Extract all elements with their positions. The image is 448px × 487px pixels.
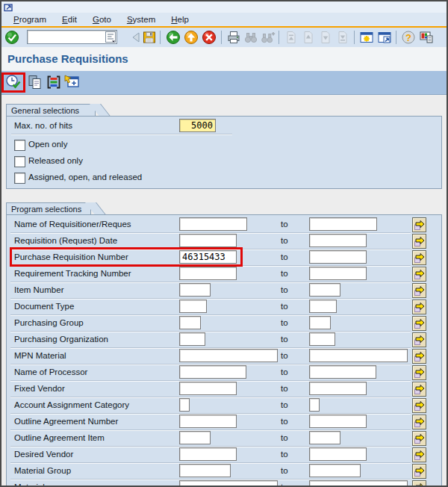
checkbox[interactable] (14, 173, 25, 184)
to-field[interactable] (309, 217, 377, 231)
checkbox-row: Released only (7, 154, 441, 170)
selection-row: Purchase Requisition Numberto (7, 249, 441, 266)
menu-item-program[interactable]: Program (13, 15, 46, 24)
to-field[interactable] (309, 365, 376, 379)
from-field[interactable] (179, 283, 211, 297)
from-field[interactable] (179, 464, 231, 477)
execute-button[interactable] (5, 74, 22, 90)
multiple-selection-button[interactable] (412, 316, 426, 331)
to-field[interactable] (309, 480, 408, 487)
dynamic-selections-button[interactable] (63, 74, 80, 90)
selection-row: Outline Agreement Itemto (7, 430, 441, 447)
customize-layout-button[interactable] (419, 30, 434, 45)
multiple-selection-button[interactable] (412, 267, 426, 282)
selection-row-label: Name of Requisitioner/Reques (14, 220, 131, 229)
application-toolbar (0, 71, 448, 95)
from-field[interactable] (179, 447, 237, 461)
to-field[interactable] (309, 382, 367, 395)
from-field[interactable] (179, 365, 246, 379)
to-field[interactable] (309, 464, 361, 477)
selection-row-label: Account Assignment Category (14, 400, 129, 409)
from-field[interactable] (179, 250, 237, 264)
to-field[interactable] (309, 398, 320, 412)
to-field[interactable] (309, 250, 367, 264)
multiple-selection-button[interactable] (412, 250, 426, 265)
checkbox[interactable] (14, 156, 25, 167)
selection-row: Materialto (7, 480, 441, 487)
selection-row-label: Requisition (Request) Date (14, 236, 117, 245)
from-field[interactable] (179, 349, 278, 362)
save-button[interactable] (142, 30, 157, 45)
multiple-selection-button[interactable] (412, 365, 426, 380)
from-field[interactable] (179, 332, 205, 346)
from-field[interactable] (179, 217, 247, 231)
to-label: to (281, 367, 288, 376)
from-field[interactable] (179, 300, 207, 313)
multiple-selection-button[interactable] (412, 382, 426, 397)
cancel-button[interactable] (202, 30, 217, 45)
print-button[interactable] (226, 30, 241, 45)
to-field[interactable] (309, 300, 337, 313)
to-field[interactable] (309, 283, 340, 297)
multiple-selection-button[interactable] (412, 332, 426, 347)
to-label: to (281, 269, 288, 278)
multiple-selection-button[interactable] (412, 415, 426, 429)
to-field[interactable] (309, 415, 367, 428)
toolbar-separator (396, 31, 396, 44)
from-field[interactable] (179, 234, 237, 247)
selection-row: Fixed Vendorto (7, 381, 441, 397)
checkbox[interactable] (14, 140, 25, 151)
new-session-button[interactable] (359, 30, 374, 45)
selection-row: Name of Processorto (7, 365, 441, 381)
back-button[interactable] (166, 30, 181, 45)
to-field[interactable] (309, 332, 335, 346)
toolbar-separator (354, 31, 355, 44)
toolbar-separator (160, 31, 161, 44)
to-field[interactable] (309, 267, 367, 280)
get-variant-button[interactable] (27, 74, 43, 90)
menu-item-edit[interactable]: Edit (62, 15, 77, 24)
from-field[interactable] (179, 316, 201, 329)
from-field[interactable] (179, 480, 278, 487)
to-field[interactable] (309, 447, 367, 461)
menu-item-system[interactable]: System (127, 15, 155, 24)
exit-button[interactable] (184, 30, 199, 45)
from-field[interactable] (179, 431, 211, 444)
help-button[interactable]: ? (401, 30, 416, 45)
from-field[interactable] (179, 415, 237, 428)
selection-row: Name of Requisitioner/Requesto (7, 217, 441, 233)
multiple-selection-button[interactable] (412, 349, 426, 364)
command-field[interactable] (28, 31, 108, 43)
multiple-selection-button[interactable] (412, 283, 426, 298)
row-divider (11, 134, 232, 134)
enter-button[interactable] (4, 30, 19, 45)
collapse-command-field-button[interactable] (128, 30, 137, 45)
to-label: to (281, 433, 288, 442)
multiple-selection-button[interactable] (412, 234, 426, 249)
selection-row: Requirement Tracking Numberto (7, 266, 441, 282)
to-field[interactable] (309, 316, 331, 329)
menu-item-help[interactable]: Help (171, 15, 189, 24)
general-selections-tab: General selections (6, 104, 96, 116)
to-field[interactable] (309, 234, 367, 247)
multiple-selection-button[interactable] (412, 480, 426, 487)
create-shortcut-button[interactable] (377, 30, 392, 45)
multiple-selection-button[interactable] (412, 217, 426, 232)
multiple-selection-button[interactable] (412, 398, 426, 413)
to-field[interactable] (309, 431, 340, 444)
multiple-selection-button[interactable] (412, 447, 426, 462)
max-hits-field[interactable] (179, 119, 216, 132)
from-field[interactable] (179, 398, 190, 412)
multiple-selection-button[interactable] (412, 300, 426, 314)
command-history-icon[interactable] (105, 31, 116, 46)
multiple-selection-button[interactable] (412, 464, 426, 479)
selection-options-button[interactable] (46, 74, 62, 90)
svg-text:?: ? (405, 32, 411, 43)
multiple-selection-button[interactable] (412, 431, 426, 446)
menu-item-goto[interactable]: Goto (93, 15, 111, 24)
selection-row-label: Name of Processor (14, 367, 87, 376)
from-field[interactable] (179, 382, 237, 395)
from-field[interactable] (179, 267, 237, 280)
selection-row-label: MPN Material (14, 351, 66, 360)
to-field[interactable] (309, 349, 408, 362)
